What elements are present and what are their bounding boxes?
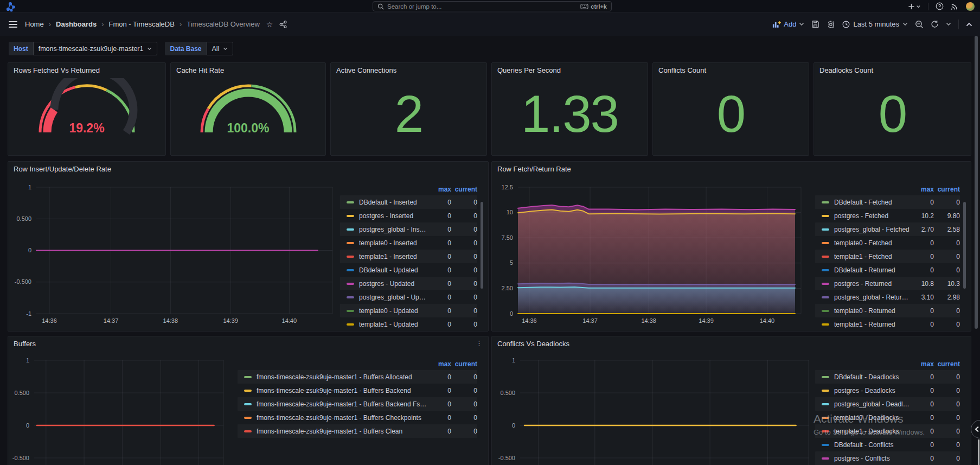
legend-item[interactable]: postgres_global - Deadlocks 0 0 (815, 397, 960, 411)
breadcrumb-item[interactable]: TimescaleDB Overview (175, 20, 260, 28)
panel-title[interactable]: Deadlocks Count (814, 63, 971, 77)
legend-item[interactable]: template1 - Fetched 0 0 (815, 250, 960, 263)
panel-title[interactable]: Queries Per Second (492, 63, 648, 77)
series-label[interactable]: fmons-timescale-zsuk9uje-master1 - Buffe… (257, 387, 427, 394)
legend-item[interactable]: template0 - Deadlocks 0 0 (815, 411, 960, 424)
series-label[interactable]: template1 - Fetched (834, 253, 910, 260)
panel-title[interactable]: Conflicts Vs Deadlocks (492, 336, 971, 351)
series-label[interactable]: postgres - Inserted (359, 212, 427, 220)
series-label[interactable]: postgres - Conflicts (834, 455, 910, 462)
series-label[interactable]: fmons-timescale-zsuk9uje-master1 - Buffe… (257, 400, 427, 408)
zoom-out-time-button[interactable] (915, 20, 924, 29)
legend-item[interactable]: postgres - Returned 10.8 10.3 (815, 277, 960, 290)
news-rss-icon[interactable] (951, 2, 959, 10)
series-label[interactable]: postgres_global - Updated (359, 294, 427, 301)
series-label[interactable]: postgres_global - Inserted (359, 226, 427, 233)
legend-item[interactable]: DBdefault - Deadlocks 0 0 (815, 370, 960, 384)
legend-item[interactable]: postgres_global - Updated 0 0 (340, 290, 477, 304)
series-label[interactable]: template1 - Returned (834, 321, 910, 328)
legend-item[interactable]: fmons-timescale-zsuk9uje-master1 - Buffe… (238, 370, 477, 384)
legend-scrollbar[interactable] (963, 202, 966, 289)
panel-title[interactable]: Row Fetch/Return Rate (492, 162, 971, 176)
panel-menu-icon[interactable]: ⋮ (476, 340, 483, 351)
series-label[interactable]: template0 - Deadlocks (834, 414, 910, 422)
sidebar-expand-button[interactable] (971, 420, 980, 438)
legend-item[interactable]: postgres_global - Fetched 2.70 2.58 (815, 222, 960, 236)
save-dashboard-button[interactable] (811, 20, 819, 28)
legend-sort-current[interactable]: current (934, 360, 960, 368)
grafana-logo-icon[interactable] (5, 1, 16, 12)
series-label[interactable]: template0 - Updated (359, 307, 427, 315)
legend-item[interactable]: fmons-timescale-zsuk9uje-master1 - Buffe… (238, 397, 477, 411)
legend-item[interactable]: fmons-timescale-zsuk9uje-master1 - Buffe… (238, 384, 477, 397)
series-label[interactable]: fmons-timescale-zsuk9uje-master1 - Buffe… (257, 428, 427, 435)
legend-sort-max[interactable]: max (910, 360, 934, 368)
legend-item[interactable]: template1 - Updated 0 0 (340, 317, 477, 331)
share-icon[interactable] (279, 21, 287, 28)
time-series-plot[interactable]: 10.5000-0.500-114:3614:3714:3814:3914:40 (12, 176, 340, 330)
breadcrumb-item[interactable]: Home (25, 20, 44, 28)
legend-item[interactable]: DBdefault - Fetched 0 0 (815, 195, 960, 209)
panel-title[interactable]: Buffers⋮ (8, 336, 488, 351)
user-avatar[interactable] (966, 2, 975, 11)
series-label[interactable]: template0 - Inserted (359, 239, 427, 247)
series-label[interactable]: DBdefault - Inserted (359, 199, 427, 206)
legend-sort-current[interactable]: current (451, 360, 477, 368)
legend-item[interactable]: template0 - Returned 0 0 (815, 304, 960, 317)
new-item-button[interactable] (908, 3, 921, 10)
legend-item[interactable]: DBdefault - Conflicts 0 0 (815, 438, 960, 451)
search-input[interactable]: Search or jump to... ctrl+k (373, 1, 612, 11)
legend-item[interactable]: DBdefault - Returned 0 0 (815, 263, 960, 277)
breadcrumb-item[interactable]: Fmon - TimescaleDB (97, 20, 175, 28)
time-range-picker[interactable]: Last 5 minutes (842, 20, 908, 28)
series-label[interactable]: template1 - Updated (359, 321, 427, 328)
panel-title[interactable]: Active Connections (331, 63, 486, 77)
legend-item[interactable]: template1 - Returned 0 0 (815, 317, 960, 331)
legend-item[interactable]: postgres_global - Returned 3.10 2.98 (815, 290, 960, 304)
series-label[interactable]: postgres - Updated (359, 280, 427, 288)
series-label[interactable]: template1 - Deadlocks (834, 428, 910, 435)
legend-item[interactable]: DBdefault - Inserted 0 0 (340, 195, 477, 209)
legend-item[interactable]: template1 - Inserted 0 0 (340, 250, 477, 263)
help-icon[interactable] (936, 2, 944, 10)
time-series-plot[interactable]: 10.5000-0.500 (496, 351, 815, 465)
dashboard-settings-button[interactable] (827, 20, 835, 29)
legend-item[interactable]: template0 - Inserted 0 0 (340, 236, 477, 250)
legend-item[interactable]: template1 - Deadlocks 0 0 (815, 424, 960, 438)
legend-item[interactable]: postgres_global - Inserted 0 0 (340, 222, 477, 236)
series-label[interactable]: template1 - Inserted (359, 253, 427, 260)
panel-title[interactable]: Rows Fetched Vs Returned (8, 63, 165, 77)
series-label[interactable]: fmons-timescale-zsuk9uje-master1 - Buffe… (257, 373, 427, 381)
legend-item[interactable]: fmons-timescale-zsuk9uje-master1 - Buffe… (238, 424, 477, 438)
variable-value-dropdown[interactable]: All (207, 42, 234, 55)
series-label[interactable]: postgres_global - Deadlocks (834, 400, 910, 408)
series-label[interactable]: DBdefault - Updated (359, 266, 427, 274)
series-label[interactable]: DBdefault - Returned (834, 266, 910, 274)
legend-sort-current[interactable]: current (451, 186, 477, 193)
legend-item[interactable]: template0 - Updated 0 0 (340, 304, 477, 317)
favorite-star-icon[interactable]: ☆ (266, 21, 273, 28)
variable-value-dropdown[interactable]: fmons-timescale-zsuk9uje-master1 (33, 42, 158, 55)
legend-scrollbar[interactable] (481, 202, 483, 289)
panel-title[interactable]: Cache Hit Rate (171, 63, 325, 77)
refresh-interval-dropdown[interactable] (946, 22, 951, 26)
legend-sort-current[interactable]: current (934, 186, 960, 193)
refresh-button[interactable] (931, 20, 939, 28)
series-label[interactable]: postgres - Deadlocks (834, 387, 910, 394)
series-label[interactable]: fmons-timescale-zsuk9uje-master1 - Buffe… (257, 414, 427, 422)
legend-item[interactable]: template0 - Fetched 0 0 (815, 236, 960, 250)
page-scrollbar[interactable] (975, 36, 978, 329)
series-label[interactable]: postgres - Fetched (834, 212, 910, 220)
legend-item[interactable]: DBdefault - Updated 0 0 (340, 263, 477, 277)
series-label[interactable]: postgres_global - Fetched (834, 226, 910, 233)
series-label[interactable]: postgres - Returned (834, 280, 910, 288)
menu-toggle-button[interactable] (9, 21, 17, 28)
legend-sort-max[interactable]: max (910, 186, 934, 193)
series-label[interactable]: DBdefault - Fetched (834, 199, 910, 206)
legend-item[interactable]: postgres - Updated 0 0 (340, 277, 477, 290)
add-panel-button[interactable]: Add (772, 20, 804, 28)
panel-title[interactable]: Row Insert/Update/Delete Rate (8, 162, 488, 176)
series-label[interactable]: postgres_global - Returned (834, 294, 910, 301)
time-series-plot[interactable]: 10.5000-0.500 (12, 351, 238, 465)
breadcrumb-item[interactable]: Dashboards (44, 20, 97, 28)
